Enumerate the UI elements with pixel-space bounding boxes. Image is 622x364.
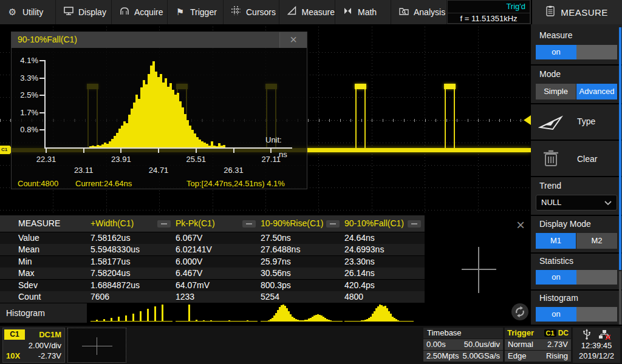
channel-probe: 10X bbox=[6, 351, 20, 360]
menu-display[interactable]: Display bbox=[56, 0, 112, 24]
frequency-readout: f = 11.51351kHz bbox=[448, 13, 530, 23]
timebase-block[interactable]: Timebase 0.00s 50.0us/div 2.50Mpts 5.00G… bbox=[423, 328, 503, 363]
y-tick-label: 3.3% bbox=[13, 73, 38, 83]
trigger-label: Trigger bbox=[507, 328, 534, 339]
cursors-icon bbox=[231, 0, 241, 24]
channel1-info-block[interactable]: C1 DC1M 2.00V/div 10X -2.73V bbox=[2, 328, 65, 363]
trigger-status-box: Trig'd f = 11.51351kHz bbox=[447, 0, 530, 24]
display-mode-m1-button[interactable]: M1 bbox=[536, 233, 576, 249]
timebase-memory: 2.50Mpts bbox=[426, 351, 459, 362]
measure-icon bbox=[287, 0, 297, 24]
table-header-rise[interactable]: 10-90%Rise(C1) bbox=[259, 215, 343, 232]
popup-title: 90-10%Fall(C1) bbox=[18, 35, 77, 44]
mode-simple-button[interactable]: Simple bbox=[536, 84, 576, 99]
menu-math[interactable]: Math bbox=[335, 0, 391, 24]
histogram-strip-label: Histogram bbox=[0, 303, 87, 323]
table-header-measure: MEASURE bbox=[0, 215, 89, 232]
add-channel-slot[interactable] bbox=[67, 328, 126, 363]
x-tick-label: 22.31 bbox=[31, 155, 61, 164]
y-tick-label: 2.5% bbox=[13, 90, 38, 99]
scrollbar-thumb[interactable] bbox=[619, 27, 621, 270]
x-tick-label: 23.11 bbox=[69, 166, 99, 175]
gear-icon: ⚙ bbox=[7, 0, 18, 24]
popup-count: Count:4800 bbox=[18, 179, 58, 188]
close-icon[interactable]: × bbox=[279, 32, 307, 48]
table-header-row: MEASURE +Width(C1) Pk-Pk(C1) 10-90%Rise(… bbox=[0, 215, 425, 232]
trigger-slope: Rising bbox=[546, 351, 568, 362]
menu-measure[interactable]: Measure bbox=[279, 0, 335, 24]
crosshair-vertical bbox=[478, 247, 479, 293]
usb-icon bbox=[583, 329, 591, 342]
trigger-coupling: DC bbox=[558, 329, 569, 337]
remove-measure-icon[interactable] bbox=[408, 220, 421, 228]
strip-hist-pkpk bbox=[174, 302, 259, 323]
measure-toggle[interactable]: on bbox=[536, 45, 617, 59]
measure-side-panel: Measure on Mode Simple Advanced Type Cle… bbox=[531, 24, 622, 325]
remove-measure-icon[interactable] bbox=[326, 220, 340, 228]
math-icon bbox=[343, 0, 353, 24]
unit-label: Unit: bbox=[265, 135, 282, 144]
histogram-toggle[interactable]: on bbox=[536, 307, 617, 322]
histogram-label: Histogram bbox=[539, 293, 578, 303]
menu-cursors[interactable]: Cursors bbox=[224, 0, 279, 24]
trend-dropdown[interactable]: NULL bbox=[536, 195, 617, 211]
mode-advanced-button[interactable]: Advanced bbox=[576, 84, 617, 99]
table-row-count: Count 7606 1233 5254 4800 bbox=[0, 291, 425, 303]
trig-state-badge: Trig'd bbox=[506, 2, 525, 11]
x-tick-label: 24.71 bbox=[143, 166, 174, 175]
table-row-value: Value 7.58162us 6.067V 27.50ns 24.64ns bbox=[0, 232, 425, 244]
popup-top-bin: Top:[24.47ns,24.51ns) 4.1% bbox=[186, 179, 285, 188]
measurement-table: MEASURE +Width(C1) Pk-Pk(C1) 10-90%Rise(… bbox=[0, 215, 425, 303]
clock-date: 2019/12/2 bbox=[573, 351, 620, 360]
strip-hist-width bbox=[89, 302, 174, 323]
trigger-source: C1 bbox=[544, 329, 556, 337]
channel1-badge: C1 bbox=[4, 329, 25, 340]
menu-acquire[interactable]: Acquire bbox=[112, 0, 168, 24]
x-tick-label: 26.31 bbox=[219, 166, 249, 175]
trigger-level: 2.73V bbox=[547, 339, 568, 350]
trash-icon bbox=[543, 149, 559, 170]
statistics-toggle[interactable]: on bbox=[536, 270, 617, 285]
x-axis bbox=[44, 147, 292, 149]
statistics-label: Statistics bbox=[539, 256, 573, 266]
table-row-sdev: Sdev 1.6884872us 64.07mV 800.3ps 420.4ps bbox=[0, 280, 425, 291]
menu-analysis[interactable]: Analysis bbox=[391, 0, 447, 24]
remove-measure-icon[interactable] bbox=[242, 220, 256, 228]
x-tick-label: 27.11 bbox=[256, 155, 286, 164]
y-tick-label: 0.8% bbox=[13, 125, 38, 134]
table-header-pkpk[interactable]: Pk-Pk(C1) bbox=[174, 215, 259, 232]
y-tick-label: 1.7% bbox=[13, 108, 38, 117]
y-tick-label: 4.1% bbox=[13, 56, 38, 65]
oscilloscope-screen: ⚙ Utility Display Acquire ⚑ Trigger Curs… bbox=[0, 0, 622, 364]
trigger-type: Edge bbox=[508, 351, 526, 362]
chevron-down-icon bbox=[604, 201, 612, 206]
display-mode-m2-button[interactable]: M2 bbox=[576, 233, 617, 249]
timebase-scale: 50.0us/div bbox=[464, 339, 500, 350]
channel1-pulse bbox=[445, 84, 455, 149]
panel-scrollbar[interactable] bbox=[619, 27, 621, 345]
menu-utility[interactable]: ⚙ Utility bbox=[0, 0, 56, 24]
histogram-popup: 90-10%Fall(C1) × Unit: ns Count:4800 Cur… bbox=[11, 32, 307, 189]
refresh-icon[interactable] bbox=[511, 303, 529, 321]
timebase-delay: 0.00s bbox=[426, 339, 446, 350]
clear-button[interactable]: Clear bbox=[531, 141, 622, 176]
menu-trigger[interactable]: ⚑ Trigger bbox=[168, 0, 224, 24]
trigger-block[interactable]: Trigger C1DC Normal 2.73V Edge Rising bbox=[505, 328, 571, 363]
trigger-mode: Normal bbox=[508, 339, 533, 350]
channel-offset: -2.73V bbox=[38, 351, 61, 360]
timebase-label: Timebase bbox=[423, 328, 462, 337]
channel1-pulse bbox=[355, 84, 366, 149]
system-status-block: 12:39:45 2019/12/2 bbox=[573, 328, 620, 363]
type-icon bbox=[538, 113, 565, 133]
close-icon[interactable]: × bbox=[511, 217, 530, 234]
trend-label: Trend bbox=[539, 181, 561, 190]
remove-measure-icon[interactable] bbox=[157, 220, 171, 228]
type-button[interactable]: Type bbox=[531, 104, 622, 140]
x-tick-label: 25.51 bbox=[181, 155, 211, 164]
table-header-width[interactable]: +Width(C1) bbox=[89, 215, 174, 232]
popup-titlebar[interactable]: 90-10%Fall(C1) × bbox=[12, 32, 307, 48]
channel-scale: 2.00V/div bbox=[29, 341, 61, 350]
table-header-fall[interactable]: 90-10%Fall(C1) bbox=[343, 215, 425, 232]
mode-label: Mode bbox=[539, 69, 561, 79]
measure-toggle-label: Measure bbox=[539, 30, 572, 40]
